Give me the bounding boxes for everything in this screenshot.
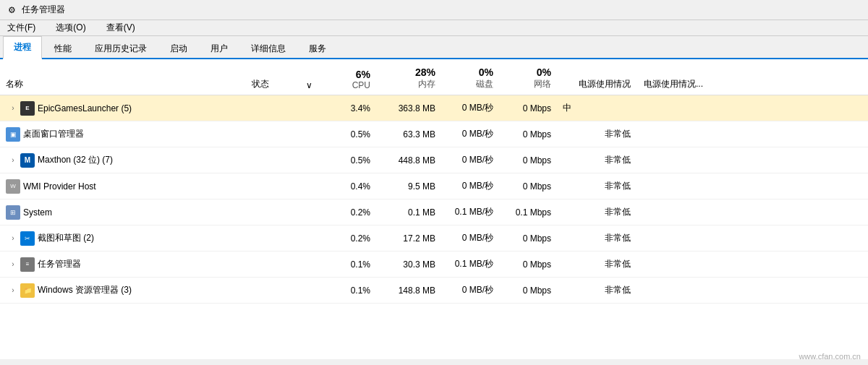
menu-view[interactable]: 查看(V) bbox=[102, 20, 140, 35]
expand-cell[interactable]: ›≡任务管理器 bbox=[0, 256, 246, 273]
expand-cell[interactable]: ›EEpicGamesLauncher (5) bbox=[0, 100, 246, 117]
process-disk: 0 MB/秒 bbox=[441, 126, 499, 142]
tab-performance[interactable]: 性能 bbox=[43, 38, 82, 59]
process-power: 非常低 bbox=[557, 205, 637, 220]
process-power-trend bbox=[637, 159, 709, 162]
table-row[interactable]: ⊞System0.2%0.1 MB0.1 MB/秒0.1 Mbps非常低 bbox=[0, 199, 868, 226]
empty-cell bbox=[304, 211, 318, 214]
process-disk: 0 MB/秒 bbox=[441, 231, 499, 246]
process-power: 非常低 bbox=[557, 153, 637, 168]
process-icon: E bbox=[20, 101, 35, 116]
process-cpu: 0.5% bbox=[318, 128, 376, 141]
expand-cell: WWMI Provider Host bbox=[0, 178, 246, 195]
empty-cell bbox=[304, 263, 318, 266]
table-row[interactable]: ›MMaxthon (32 位) (7)0.5%448.8 MB0 MB/秒0 … bbox=[0, 147, 868, 173]
tab-processes[interactable]: 进程 bbox=[3, 36, 42, 59]
process-status bbox=[246, 185, 304, 188]
empty-cell bbox=[304, 185, 318, 188]
icon-system: ⊞ bbox=[6, 205, 20, 220]
menu-bar: 文件(F) 选项(O) 查看(V) bbox=[0, 20, 868, 36]
expand-arrow-icon[interactable]: › bbox=[9, 234, 17, 243]
process-name: EpicGamesLauncher (5) bbox=[38, 103, 132, 113]
tab-startup[interactable]: 启动 bbox=[159, 38, 198, 59]
process-network: 0 Mbps bbox=[499, 180, 557, 193]
process-memory: 63.3 MB bbox=[376, 128, 441, 141]
icon-taskmgr: ≡ bbox=[20, 257, 35, 272]
process-cpu: 0.1% bbox=[318, 258, 376, 271]
process-status bbox=[246, 289, 304, 292]
process-power-trend bbox=[637, 289, 709, 292]
expand-arrow-icon[interactable]: › bbox=[9, 260, 17, 269]
process-power: 非常低 bbox=[557, 179, 637, 194]
table-row[interactable]: ›✂截图和草图 (2)0.2%17.2 MB0 MB/秒0 Mbps非常低 bbox=[0, 226, 868, 252]
process-icon: ✂ bbox=[20, 231, 35, 246]
process-network: 0 Mbps bbox=[499, 154, 557, 167]
process-status bbox=[246, 211, 304, 214]
process-cpu: 3.4% bbox=[318, 102, 376, 115]
col-disk[interactable]: 0% 磁盘 bbox=[441, 65, 499, 92]
table-row[interactable]: ▣桌面窗口管理器0.5%63.3 MB0 MB/秒0 Mbps非常低 bbox=[0, 121, 868, 147]
process-memory: 9.5 MB bbox=[376, 180, 441, 193]
process-status bbox=[246, 159, 304, 162]
col-network[interactable]: 0% 网络 bbox=[499, 65, 557, 92]
process-name: Windows 资源管理器 (3) bbox=[38, 284, 132, 296]
tab-app-history[interactable]: 应用历史记录 bbox=[84, 38, 158, 59]
menu-options[interactable]: 选项(O) bbox=[51, 20, 90, 35]
expand-cell[interactable]: ›MMaxthon (32 位) (7) bbox=[0, 152, 246, 169]
expand-arrow-icon[interactable]: › bbox=[9, 104, 17, 113]
process-icon: ≡ bbox=[20, 257, 35, 272]
process-memory: 148.8 MB bbox=[376, 284, 441, 297]
process-name: 桌面窗口管理器 bbox=[23, 128, 84, 140]
process-memory: 30.3 MB bbox=[376, 258, 441, 271]
menu-file[interactable]: 文件(F) bbox=[3, 20, 40, 35]
process-icon: ▣ bbox=[6, 127, 20, 142]
icon-wmi: W bbox=[6, 179, 20, 194]
empty-cell bbox=[304, 133, 318, 136]
col-name: 名称 bbox=[0, 77, 246, 92]
process-memory: 17.2 MB bbox=[376, 232, 441, 245]
tab-services[interactable]: 服务 bbox=[298, 38, 337, 59]
process-memory: 0.1 MB bbox=[376, 206, 441, 219]
process-cpu: 0.5% bbox=[318, 154, 376, 167]
expand-arrow-icon[interactable]: › bbox=[9, 156, 17, 165]
process-status bbox=[246, 263, 304, 266]
process-disk: 0.1 MB/秒 bbox=[441, 205, 499, 220]
process-network: 0 Mbps bbox=[499, 284, 557, 297]
process-power-trend bbox=[637, 107, 709, 110]
process-network: 0 Mbps bbox=[499, 102, 557, 115]
process-power: 非常低 bbox=[557, 257, 637, 272]
expand-arrow-icon[interactable]: › bbox=[9, 286, 17, 295]
main-content: 名称 状态 ∨ 6% CPU 28% 内存 0% 磁盘 0% 网络 电源使用情况… bbox=[0, 59, 868, 359]
process-status bbox=[246, 133, 304, 136]
tab-users[interactable]: 用户 bbox=[200, 38, 239, 59]
process-icon: 📁 bbox=[20, 283, 35, 298]
col-power-usage[interactable]: 电源使用情况 bbox=[557, 77, 637, 92]
process-power-trend bbox=[637, 211, 709, 214]
process-disk: 0 MB/秒 bbox=[441, 100, 499, 116]
table-row[interactable]: ›EEpicGamesLauncher (5)3.4%363.8 MB0 MB/… bbox=[0, 95, 868, 121]
empty-cell bbox=[304, 237, 318, 240]
table-row[interactable]: ›≡任务管理器0.1%30.3 MB0.1 MB/秒0 Mbps非常低 bbox=[0, 252, 868, 278]
process-memory: 363.8 MB bbox=[376, 102, 441, 115]
watermark: www.cfan.com.cn bbox=[799, 352, 861, 361]
col-memory[interactable]: 28% 内存 bbox=[376, 65, 441, 92]
process-name: WMI Provider Host bbox=[23, 181, 96, 192]
expand-cell[interactable]: ›📁Windows 资源管理器 (3) bbox=[0, 282, 246, 299]
process-memory: 448.8 MB bbox=[376, 154, 441, 167]
table-row[interactable]: WWMI Provider Host0.4%9.5 MB0 MB/秒0 Mbps… bbox=[0, 173, 868, 199]
tab-details[interactable]: 详细信息 bbox=[240, 38, 297, 59]
empty-cell bbox=[304, 107, 318, 110]
icon-desktop: ▣ bbox=[6, 127, 20, 142]
process-status bbox=[246, 107, 304, 110]
process-power-trend bbox=[637, 237, 709, 240]
col-cpu[interactable]: 6% CPU bbox=[318, 67, 376, 92]
title-bar: ⚙ 任务管理器 bbox=[0, 0, 868, 20]
table-row[interactable]: ›📁Windows 资源管理器 (3)0.1%148.8 MB0 MB/秒0 M… bbox=[0, 278, 868, 304]
process-cpu: 0.2% bbox=[318, 206, 376, 219]
col-power-trend[interactable]: 电源使用情况... bbox=[637, 77, 709, 92]
expand-cell[interactable]: ›✂截图和草图 (2) bbox=[0, 230, 246, 247]
process-power-trend bbox=[637, 185, 709, 188]
process-network: 0 Mbps bbox=[499, 128, 557, 141]
tab-bar: 进程 性能 应用历史记录 启动 用户 详细信息 服务 bbox=[0, 36, 868, 59]
icon-snip: ✂ bbox=[20, 231, 35, 246]
